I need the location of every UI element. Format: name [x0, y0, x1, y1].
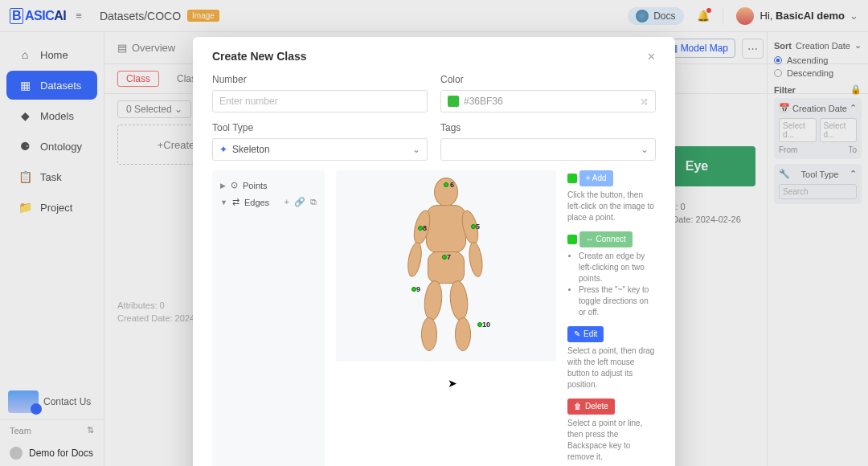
copy-edge-icon[interactable]: ⧉ — [310, 197, 317, 207]
help-text: Click the button, then left-click on the… — [567, 190, 656, 223]
point-label: 7 — [447, 253, 451, 261]
chevron-down-icon: ⌄ — [412, 144, 420, 155]
color-swatch — [448, 96, 459, 107]
add-swatch — [567, 174, 577, 183]
skeleton-help: + Add Click the button, then left-click … — [567, 170, 656, 466]
skeleton-icon: ✦ — [219, 144, 227, 155]
point-label: 8 — [423, 224, 427, 232]
create-class-modal: Create New Class ✕ Number Color #36BF36 … — [193, 37, 675, 466]
point-label: 6 — [450, 181, 454, 189]
tags-label: Tags — [440, 122, 656, 133]
point-label: 5 — [476, 223, 480, 231]
close-icon[interactable]: ✕ — [647, 51, 656, 63]
modal-overlay: Create New Class ✕ Number Color #36BF36 … — [0, 0, 868, 466]
help-text: Create an edge by left-clicking on two p… — [579, 251, 656, 284]
color-value: #36BF36 — [464, 96, 503, 107]
add-edge-icon[interactable]: + — [285, 197, 289, 207]
point-label: 10 — [482, 321, 490, 329]
mannequin: 6 8 5 7 9 10 — [394, 178, 498, 354]
number-label: Number — [212, 74, 428, 85]
tree-edges[interactable]: ▼⇄ Edges +🔗⧉ — [219, 194, 318, 211]
tags-select[interactable]: ⌄ — [440, 138, 656, 161]
connect-swatch — [567, 235, 577, 244]
help-text: Press the "~" key to toggle directions o… — [579, 284, 656, 318]
tree-label: Points — [243, 181, 268, 190]
shuffle-icon[interactable]: ⤭ — [640, 96, 649, 108]
chevron-down-icon: ⌄ — [641, 144, 649, 155]
tree-label: Edges — [244, 198, 269, 207]
tree-points[interactable]: ▶⊙ Points — [219, 177, 318, 194]
tooltype-select[interactable]: ✦ Skeleton ⌄ — [212, 138, 428, 161]
edit-button[interactable]: ✎ Edit — [567, 326, 604, 342]
modal-title: Create New Class — [212, 50, 307, 63]
color-input[interactable]: #36BF36 ⤭ — [440, 90, 656, 112]
skeleton-canvas[interactable]: 6 8 5 7 9 10 — [336, 170, 556, 362]
link-edge-icon[interactable]: 🔗 — [294, 197, 305, 207]
tooltype-value: Skeleton — [232, 144, 270, 155]
add-point-button[interactable]: + Add — [579, 170, 613, 186]
connect-button[interactable]: ↔ Connect — [579, 231, 633, 247]
tooltype-label: Tool Type — [212, 122, 428, 133]
help-text: Select a point, then drag with the left … — [567, 345, 656, 390]
point-label: 9 — [416, 285, 420, 293]
help-text: Select a point or line, then press the B… — [567, 418, 656, 463]
number-input[interactable] — [212, 90, 428, 112]
delete-button[interactable]: 🗑 Delete — [567, 399, 615, 415]
color-label: Color — [440, 74, 656, 85]
skeleton-tree: ▶⊙ Points ▼⇄ Edges +🔗⧉ — [212, 170, 325, 466]
